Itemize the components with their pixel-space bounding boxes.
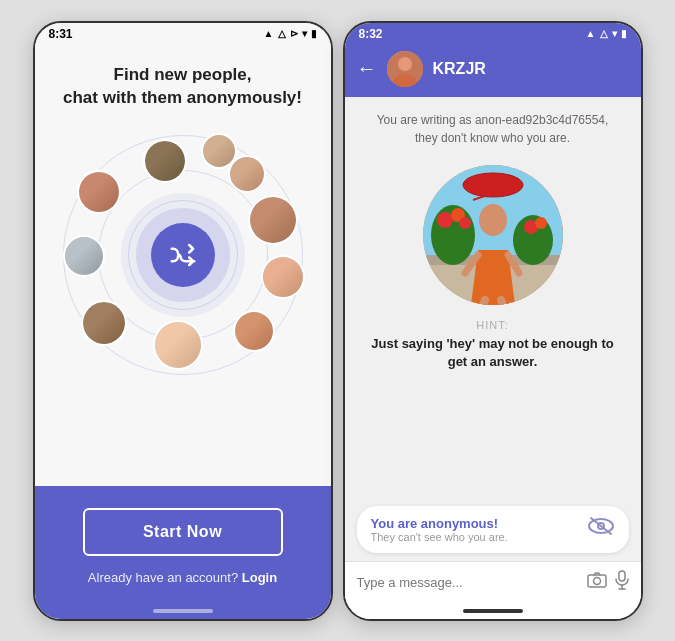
play-icon: ⊳ <box>290 28 298 39</box>
anon-bubble-text: You are anonymous! They can't see who yo… <box>371 516 508 543</box>
right-phone: 8:32 ▲ △ ▾ ▮ ← KRZJR You are writing as … <box>343 21 643 621</box>
anon-bubble: You are anonymous! They can't see who yo… <box>357 506 629 553</box>
right-header: ← KRZJR <box>345 45 641 97</box>
left-phone: 8:31 ▲ △ ⊳ ▾ ▮ Find new people, chat wit… <box>33 21 333 621</box>
hint-label: HINT: <box>365 319 621 331</box>
camera-icon[interactable] <box>587 572 607 593</box>
login-prompt: Already have an account? Login <box>88 570 277 585</box>
svg-point-1 <box>398 57 412 71</box>
right-status-icons: ▲ △ ▾ ▮ <box>586 28 627 39</box>
profile-circle <box>423 165 563 305</box>
wifi-icon: ▾ <box>302 28 307 39</box>
cloud-icon: △ <box>278 28 286 39</box>
left-time: 8:31 <box>49 27 73 41</box>
login-link[interactable]: Login <box>242 570 277 585</box>
svg-point-13 <box>479 204 507 236</box>
right-content: You are writing as anon-ead92b3c4d76554,… <box>345 97 641 603</box>
mic-icon[interactable] <box>615 570 629 595</box>
avatar-10 <box>201 133 237 169</box>
message-input[interactable] <box>357 575 579 590</box>
left-status-icons: ▲ △ ⊳ ▾ ▮ <box>264 28 317 39</box>
eye-slash-icon <box>587 516 615 542</box>
home-bar <box>153 609 213 613</box>
svg-point-12 <box>535 217 547 229</box>
avatar-9 <box>77 170 121 214</box>
wifi-icon2: ▾ <box>612 28 617 39</box>
battery-icon2: ▮ <box>621 28 627 39</box>
svg-point-10 <box>459 217 471 229</box>
left-phone-content: Find new people, chat with them anonymou… <box>35 45 331 486</box>
profile-photo-area <box>345 157 641 319</box>
svg-rect-28 <box>619 571 625 581</box>
avatar-1 <box>143 139 187 183</box>
bottom-panel: Start Now Already have an account? Login <box>35 486 331 603</box>
avatar-8 <box>63 235 105 277</box>
back-button[interactable]: ← <box>357 57 377 80</box>
svg-line-17 <box>483 300 485 305</box>
anon-you-label: You are anonymous! <box>371 516 508 531</box>
battery-icon: ▮ <box>311 28 317 39</box>
shuffle-icon <box>151 223 215 287</box>
right-home-indicator <box>345 603 641 619</box>
alert-icon: ▲ <box>264 28 274 39</box>
anon-notice: You are writing as anon-ead92b3c4d76554,… <box>345 97 641 157</box>
hint-section: HINT: Just saying 'hey' may not be enoug… <box>345 319 641 379</box>
svg-line-18 <box>501 300 503 305</box>
start-now-button[interactable]: Start Now <box>83 508 283 556</box>
left-title: Find new people, chat with them anonymou… <box>43 45 322 121</box>
avatar-5 <box>233 310 275 352</box>
avatar-4 <box>261 255 305 299</box>
header-username: KRZJR <box>433 60 629 78</box>
right-home-bar <box>463 609 523 613</box>
cloud-icon2: △ <box>600 28 608 39</box>
alert-icon2: ▲ <box>586 28 596 39</box>
right-time: 8:32 <box>359 27 383 41</box>
orbit-area <box>53 125 313 385</box>
svg-point-8 <box>437 212 453 228</box>
avatar-7 <box>81 300 127 346</box>
left-status-bar: 8:31 ▲ △ ⊳ ▾ ▮ <box>35 23 331 45</box>
anon-sub-label: They can't see who you are. <box>371 531 508 543</box>
header-avatar <box>387 51 423 87</box>
avatar-3 <box>248 195 298 245</box>
phones-container: 8:31 ▲ △ ⊳ ▾ ▮ Find new people, chat wit… <box>33 21 643 621</box>
left-home-indicator <box>35 603 331 619</box>
svg-point-27 <box>593 577 600 584</box>
hint-text: Just saying 'hey' may not be enough to g… <box>365 335 621 371</box>
message-bar <box>345 561 641 603</box>
right-status-bar: 8:32 ▲ △ ▾ ▮ <box>345 23 641 45</box>
avatar-6 <box>153 320 203 370</box>
spacer <box>345 379 641 506</box>
